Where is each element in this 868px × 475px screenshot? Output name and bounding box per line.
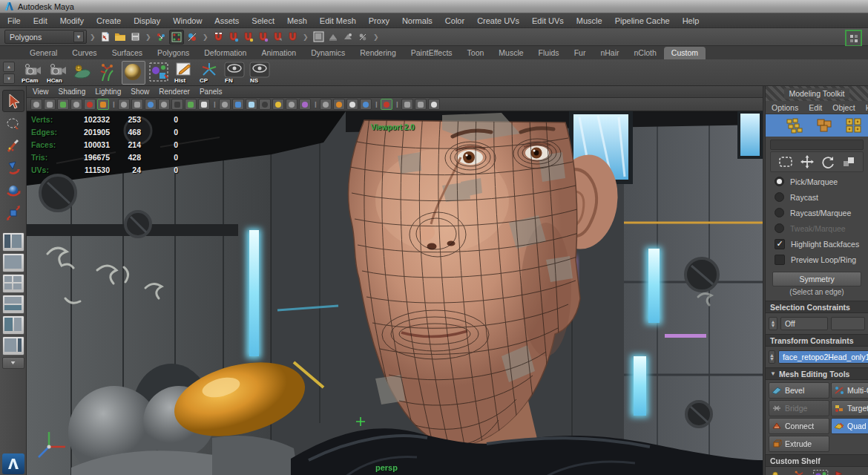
glove-tool-icon[interactable] — [71, 62, 93, 84]
shelf-scroll-buttons[interactable]: ▲▼ — [3, 62, 15, 84]
panel-menu-shading[interactable]: Shading — [59, 88, 86, 96]
menu-create[interactable]: Create — [96, 16, 121, 25]
menu-display[interactable]: Display — [134, 16, 160, 25]
menu-pipeline-cache[interactable]: Pipeline Cache — [615, 16, 670, 25]
shelf-tab-deformation[interactable]: Deformation — [197, 47, 254, 59]
menu-muscle[interactable]: Muscle — [576, 16, 602, 25]
stepper-icon[interactable]: ▲▼ — [769, 350, 775, 364]
modeling-toolkit-header[interactable]: Modeling Toolkit — [766, 86, 868, 101]
panel-menu-panels[interactable]: Panels — [200, 88, 223, 96]
select-tool-icon[interactable] — [2, 90, 24, 112]
section-custom-shelf[interactable]: Custom Shelf — [766, 454, 868, 467]
radio-pick-marquee[interactable]: Pick/Marquee — [766, 174, 868, 189]
shelf-tab-ncloth[interactable]: nCloth — [626, 47, 663, 59]
menu-create-uvs[interactable]: Create UVs — [477, 16, 519, 25]
select-hierarchy-icon[interactable] — [154, 30, 168, 44]
menu-edit-uvs[interactable]: Edit UVs — [532, 16, 564, 25]
rotate-icon[interactable] — [821, 155, 835, 168]
menu-set-selector[interactable]: Polygons ▼ — [4, 30, 87, 44]
scale-tool-icon[interactable] — [3, 203, 24, 223]
constraint-extra-field[interactable] — [831, 317, 865, 330]
section-mesh-editing-tools[interactable]: ▼Mesh Editing Tools — [766, 367, 868, 380]
snap-point-icon[interactable] — [241, 30, 254, 44]
isolate-select-icon[interactable] — [360, 99, 372, 110]
shelf-tab-toon[interactable]: Toon — [460, 47, 492, 59]
menu-select[interactable]: Select — [251, 16, 274, 25]
select-component-icon[interactable] — [185, 30, 199, 44]
render-view-icon[interactable] — [312, 30, 325, 44]
select-camera-icon[interactable] — [30, 99, 42, 110]
shelf-tab-muscle[interactable]: Muscle — [491, 47, 530, 59]
open-scene-icon[interactable] — [114, 30, 127, 44]
vertex-mode-icon[interactable] — [785, 117, 804, 134]
shelf-tab-painteffects[interactable]: PaintEffects — [404, 47, 460, 59]
menu-modify[interactable]: Modify — [60, 16, 84, 25]
menu-normals[interactable]: Normals — [402, 16, 433, 25]
shelf-tab-surfaces[interactable]: Surfaces — [105, 47, 150, 59]
plant-tool-icon[interactable] — [790, 469, 809, 475]
plant-tool-icon[interactable] — [96, 62, 119, 84]
checkbox-preview-loop-ring[interactable]: Preview Loop/Ring — [766, 252, 868, 267]
cp-locator-icon[interactable]: CP — [199, 62, 221, 84]
field-chart-icon[interactable] — [158, 99, 170, 110]
ao-icon[interactable] — [286, 99, 297, 110]
glove-tool-icon[interactable] — [769, 469, 788, 475]
move-tool-icon[interactable] — [3, 158, 24, 179]
snap-grid-icon[interactable] — [211, 30, 225, 44]
share-nodes-icon[interactable] — [428, 99, 440, 110]
menu-file[interactable]: File — [7, 16, 21, 25]
hcan-camera-icon[interactable]: HCan — [46, 62, 68, 84]
layout-four-pane-icon[interactable] — [2, 274, 24, 293]
shadows-icon[interactable] — [272, 99, 284, 110]
film-gate-icon[interactable] — [118, 99, 130, 110]
transform-constraint-dropdown[interactable]: face_retopo2Head_only1:Me — [778, 350, 868, 364]
shelf-tab-dynamics[interactable]: Dynamics — [303, 47, 352, 59]
menu-assets[interactable]: Assets — [214, 16, 239, 25]
save-scene-icon[interactable] — [128, 30, 142, 44]
new-scene-icon[interactable] — [99, 30, 112, 44]
paint-selection-icon[interactable] — [148, 62, 171, 84]
move-icon[interactable] — [800, 155, 814, 168]
checkbox-highlight-backfaces[interactable]: ✓Highlight Backfaces — [766, 236, 868, 252]
layout-menu-icon[interactable] — [2, 357, 24, 369]
menu-color[interactable]: Color — [445, 16, 464, 25]
menu-mesh[interactable]: Mesh — [287, 16, 307, 25]
shelf-scroll-down-icon[interactable]: ▼ — [3, 73, 15, 84]
mtk-menu-object[interactable]: Object — [832, 103, 855, 112]
xray-icon[interactable] — [381, 99, 392, 110]
radio-raycast[interactable]: Raycast — [766, 189, 868, 205]
multisample-icon[interactable] — [320, 99, 332, 110]
image-plane-icon[interactable] — [84, 99, 96, 110]
stepper-icon[interactable]: ▲▼ — [769, 317, 777, 330]
target-weld-button[interactable]: Target W — [831, 400, 868, 416]
bevel-button[interactable]: Bevel — [769, 382, 829, 399]
safe-title-icon[interactable] — [185, 99, 197, 110]
shaded-icon[interactable] — [232, 99, 244, 110]
textured-icon[interactable] — [246, 99, 257, 110]
exposure-icon[interactable] — [333, 99, 345, 110]
connect-button[interactable]: Connect — [769, 418, 829, 434]
shelf-tab-fluids[interactable]: Fluids — [531, 47, 567, 59]
menu-help[interactable]: Help — [683, 16, 700, 25]
scale-icon[interactable] — [842, 156, 855, 168]
ns-eye-icon[interactable]: NS — [249, 62, 272, 84]
menu-window[interactable]: Window — [173, 16, 202, 25]
shelf-tab-general[interactable]: General — [22, 47, 65, 59]
panel-menu-view[interactable]: View — [33, 88, 49, 96]
face-mode-icon[interactable] — [844, 117, 864, 134]
pcam-camera-icon[interactable]: PCam — [21, 62, 43, 84]
shelf-tab-curves[interactable]: Curves — [65, 47, 104, 59]
camera-attributes-icon[interactable] — [57, 99, 69, 110]
menu-proxy[interactable]: Proxy — [369, 16, 389, 25]
resolution-gate-icon[interactable] — [131, 99, 143, 110]
motion-blur-icon[interactable] — [299, 99, 311, 110]
snap-live-icon[interactable] — [286, 30, 299, 44]
shelf-tab-animation[interactable]: Animation — [254, 47, 303, 59]
mtk-menu-help[interactable]: Help — [866, 103, 868, 112]
separate-icon[interactable] — [401, 99, 413, 110]
mtk-menu-edit[interactable]: Edit — [809, 103, 822, 112]
grease-pencil-icon[interactable] — [97, 99, 109, 110]
selection-constraint-dropdown[interactable]: Off — [780, 317, 828, 330]
gate-mask-icon[interactable] — [145, 99, 157, 110]
viewport-canvas[interactable]: Verts:1023322530 Edges:2019054680 Faces:… — [27, 111, 763, 475]
